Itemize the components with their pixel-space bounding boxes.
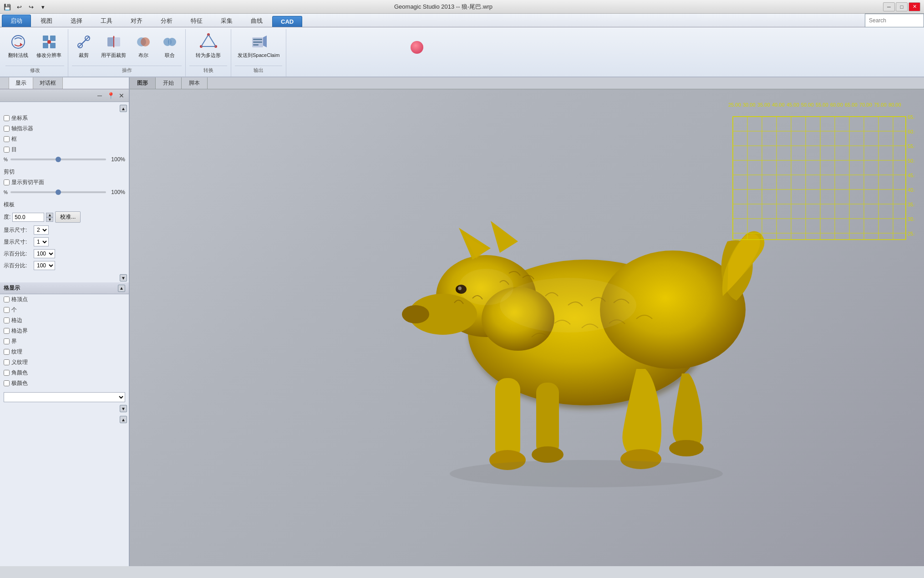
panel-item-show-plane: 显示剪切平面 <box>0 177 129 188</box>
quick-access-toolbar: 💾 ↩ ↪ ▾ <box>0 0 48 14</box>
modify-res-button[interactable]: 修改分辨率 <box>34 31 64 61</box>
checkbox-mesh1[interactable] <box>4 307 10 313</box>
panel-minimize-btn[interactable]: ─ <box>95 91 104 100</box>
checkbox-back-color[interactable] <box>4 380 10 386</box>
checkbox-frame[interactable] <box>4 136 10 142</box>
undo-button[interactable]: ↩ <box>14 1 25 12</box>
tab-align[interactable]: 对齐 <box>122 15 151 27</box>
viewport[interactable]: 25.00 30.00 35.00 40.00 45.00 50.00 55.0… <box>130 89 924 566</box>
content-tab-script[interactable]: 脚本 <box>182 77 208 89</box>
scale-down-btn[interactable]: ▼ <box>46 217 53 222</box>
percent1-select[interactable]: 10050200 <box>34 249 55 258</box>
panel-pin-btn[interactable]: 📍 <box>106 91 115 100</box>
section-collapse-top[interactable]: ▲ <box>120 105 127 112</box>
tab-analyze[interactable]: 分析 <box>152 15 181 27</box>
clipping-slider[interactable] <box>10 191 106 193</box>
to-poly-button[interactable]: 转为多边形 <box>190 31 227 61</box>
checkbox-show-plane[interactable] <box>4 179 10 185</box>
launch-tab[interactable]: 启动 <box>2 15 31 27</box>
scale-up-btn[interactable]: ▲ <box>46 213 53 217</box>
opacity-slider[interactable] <box>10 159 106 160</box>
bottom-select[interactable] <box>4 392 125 402</box>
close-button[interactable]: ✕ <box>909 2 920 11</box>
percent2-label: 示百分比: <box>4 262 31 270</box>
content-tabs: 图形 开始 脚本 <box>130 77 924 89</box>
display-size2-select[interactable]: 123 <box>34 237 49 246</box>
mesh-section-title: 格显示 <box>4 284 20 292</box>
calibrate-button[interactable]: 校准... <box>55 211 81 223</box>
ribbon-group-convert: 转为多边形 转换 <box>186 29 231 77</box>
checkbox-axis[interactable] <box>4 126 10 132</box>
minimize-button[interactable]: ─ <box>883 2 895 11</box>
section-collapse-bot[interactable]: ▼ <box>120 405 127 412</box>
svg-point-16 <box>141 37 150 46</box>
content-tab-graphics[interactable]: 图形 <box>130 77 156 89</box>
plane-trim-label: 用平面裁剪 <box>101 52 126 59</box>
display-size1-label: 显示尺寸: <box>4 226 31 234</box>
flip-curve-button[interactable]: 翻转法线 <box>5 31 31 61</box>
checkbox-target[interactable] <box>4 147 10 153</box>
checkbox-custom-texture[interactable] <box>4 359 10 365</box>
svg-rect-43 <box>495 378 520 460</box>
axis-label: 轴指示器 <box>11 125 33 133</box>
clipping-icon: % <box>4 190 8 195</box>
section-collapse-extra[interactable]: ▲ <box>120 416 127 423</box>
mesh-collapse-btn[interactable]: ▲ <box>118 285 125 292</box>
tab-tools[interactable]: 工具 <box>92 15 121 27</box>
maximize-button[interactable]: □ <box>896 2 908 11</box>
tab-select[interactable]: 选择 <box>62 15 91 27</box>
svg-point-35 <box>402 305 429 323</box>
svg-text:50.00: 50.00 <box>801 102 814 107</box>
opacity-row: % 100% <box>0 155 129 164</box>
trim-button[interactable]: 裁剪 <box>72 31 96 61</box>
frame-label: 框 <box>11 135 17 143</box>
mesh-section-header[interactable]: 格显示 ▲ <box>0 282 129 294</box>
tab-capture[interactable]: 采集 <box>212 15 241 27</box>
checkbox-coordinate[interactable] <box>4 115 10 121</box>
search-input[interactable] <box>869 17 920 24</box>
title-bar: 💾 ↩ ↪ ▾ Geomagic Studio 2013 -- 狼-尾巴.wrp… <box>0 0 924 14</box>
panel-item-axis: 轴指示器 <box>0 123 129 134</box>
more-button[interactable]: ▾ <box>37 1 48 12</box>
tab-features[interactable]: 特征 <box>182 15 211 27</box>
grid-overlay: 25.00 30.00 35.00 40.00 45.00 50.00 55.0… <box>724 98 915 253</box>
merge-button[interactable]: 联合 <box>158 31 182 61</box>
svg-text:60.00: 60.00 <box>908 129 915 134</box>
scale-input[interactable] <box>12 213 44 222</box>
save-button[interactable]: 💾 <box>2 1 13 12</box>
panel-content: ▲ 坐标系 轴指示器 框 目 % <box>0 102 129 566</box>
spaceclaim-button[interactable]: 发送到SpaceClaim <box>235 31 282 61</box>
section-collapse-mid[interactable]: ▼ <box>120 274 127 281</box>
checkbox-texture[interactable] <box>4 349 10 355</box>
svg-text:45.00: 45.00 <box>787 102 799 107</box>
pink-dot <box>411 41 423 54</box>
checkbox-border[interactable] <box>4 338 10 344</box>
back-color-label: 极颜色 <box>11 379 28 387</box>
redo-button[interactable]: ↪ <box>25 1 36 12</box>
panel-close-btn[interactable]: ✕ <box>117 91 126 100</box>
svg-line-10 <box>82 40 86 44</box>
plane-trim-button[interactable]: 用平面裁剪 <box>98 31 129 61</box>
panel-subtab-blank[interactable] <box>0 77 9 89</box>
tab-view[interactable]: 视图 <box>32 15 61 27</box>
scale-spinner[interactable]: ▲ ▼ <box>46 213 53 222</box>
svg-rect-4 <box>43 43 48 48</box>
content-tab-start[interactable]: 开始 <box>156 77 182 89</box>
checkbox-fold-color[interactable] <box>4 370 10 376</box>
panel-item-mesh1: 个 <box>0 305 129 315</box>
panel-subtab-display[interactable]: 显示 <box>9 77 33 89</box>
ribbon-group-modify: 翻转法线 修改分辨率 修改 <box>2 29 68 77</box>
display-size1-select[interactable]: 213 <box>34 225 49 235</box>
tab-curve[interactable]: 曲线 <box>242 15 271 27</box>
checkbox-edge[interactable] <box>4 317 10 323</box>
panel-item-fold-color: 角颜色 <box>0 368 129 378</box>
checkbox-boundary[interactable] <box>4 328 10 334</box>
search-box[interactable] <box>865 14 924 27</box>
panel-header: ─ 📍 ✕ <box>0 89 129 102</box>
percent2-select[interactable]: 10050200 <box>34 261 55 270</box>
panel-subtab-dialog[interactable]: 对话框 <box>33 77 63 89</box>
bool-button[interactable]: 布尔 <box>132 31 155 61</box>
checkbox-vertex[interactable] <box>4 297 10 302</box>
tab-cad[interactable]: CAD <box>272 16 302 27</box>
left-panel: 显示 对话框 ─ 📍 ✕ ▲ 坐标系 轴指示器 框 <box>0 77 130 566</box>
